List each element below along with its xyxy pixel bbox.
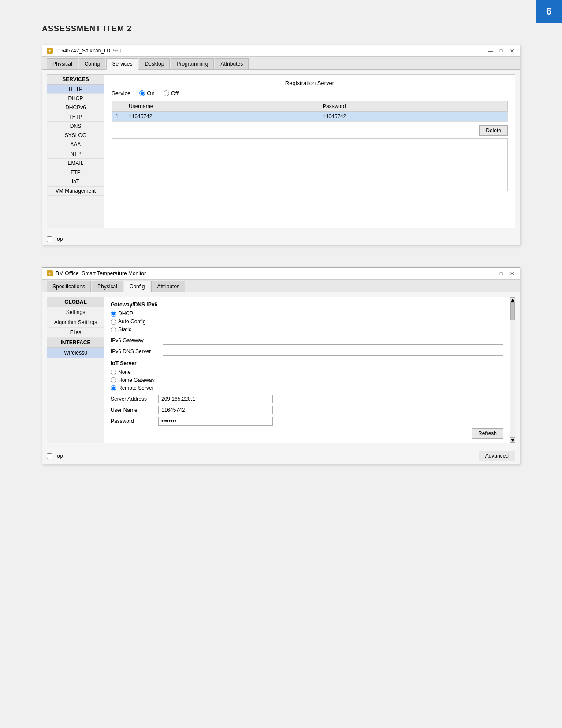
sidebar-services-header: SERVICES bbox=[47, 75, 104, 85]
sidebar-item-iot[interactable]: IoT bbox=[47, 177, 104, 187]
static-radio-option[interactable]: Static bbox=[111, 326, 503, 332]
registration-server-label: Registration Server bbox=[285, 80, 334, 86]
sidebar-wireless0[interactable]: Wireless0 bbox=[47, 348, 104, 358]
w2-minimize-button[interactable]: — bbox=[487, 270, 494, 277]
close-button[interactable]: ✕ bbox=[508, 47, 515, 54]
row-username: 11645742 bbox=[125, 112, 319, 122]
user-name-input[interactable] bbox=[158, 406, 273, 414]
w2-maximize-button[interactable]: □ bbox=[498, 270, 505, 277]
tab-physical[interactable]: Physical bbox=[47, 58, 78, 69]
delete-button[interactable]: Delete bbox=[479, 125, 508, 136]
sidebar-item-dns[interactable]: DNS bbox=[47, 122, 104, 131]
service-label: Service bbox=[112, 90, 130, 97]
radio-off-label: Off bbox=[171, 90, 179, 97]
top-checkbox[interactable] bbox=[47, 236, 52, 242]
tab-specifications[interactable]: Specifications bbox=[47, 281, 91, 292]
none-radio[interactable] bbox=[111, 370, 116, 375]
advanced-button[interactable]: Advanced bbox=[479, 451, 515, 461]
reg-server-row: Registration Server bbox=[112, 80, 508, 86]
window2-title: BM Office_Smart Temperature Monitor bbox=[56, 270, 146, 276]
server-address-label: Server Address bbox=[111, 396, 155, 402]
tab-desktop[interactable]: Desktop bbox=[139, 58, 170, 69]
remote-server-radio-label: Remote Server bbox=[118, 385, 154, 391]
col-username: Username bbox=[125, 101, 319, 112]
password-label: Password bbox=[111, 418, 155, 424]
tab-config[interactable]: Config bbox=[79, 58, 106, 69]
sidebar-item-email[interactable]: EMAIL bbox=[47, 159, 104, 168]
user-name-row: User Name bbox=[111, 406, 503, 414]
window2-titlebar: ▼ BM Office_Smart Temperature Monitor — … bbox=[42, 268, 520, 280]
tab-attributes[interactable]: Attributes bbox=[151, 281, 185, 292]
page-title: ASSESSMENT ITEM 2 bbox=[0, 0, 562, 40]
home-gateway-radio[interactable] bbox=[111, 377, 116, 383]
scroll-up-button[interactable]: ▲ bbox=[510, 297, 515, 302]
maximize-button[interactable]: □ bbox=[498, 47, 505, 54]
window2-sidebar: GLOBAL Settings Algorithm Settings Files… bbox=[47, 297, 104, 443]
ipv6-gateway-input[interactable] bbox=[163, 336, 503, 345]
tab-programming[interactable]: Programming bbox=[171, 58, 214, 69]
window1: ▼ 11645742_Saikiran_ITC560 — □ ✕ Physica… bbox=[42, 45, 520, 245]
sidebar-item-tftp[interactable]: TFTP bbox=[47, 112, 104, 122]
sidebar-item-http[interactable]: HTTP bbox=[47, 85, 104, 94]
sidebar-item-syslog[interactable]: SYSLOG bbox=[47, 131, 104, 140]
scrollbar-thumb[interactable] bbox=[510, 302, 515, 320]
top-label: Top bbox=[54, 236, 63, 242]
dhcp-radio-option[interactable]: DHCP bbox=[111, 310, 503, 317]
w2-close-button[interactable]: ✕ bbox=[508, 270, 515, 277]
ipv6-dns-label: IPv6 DNS Server bbox=[111, 348, 159, 355]
window2-main: Gateway/DNS IPv6 DHCP Auto Config Static bbox=[104, 297, 510, 443]
radio-on-option[interactable]: On bbox=[139, 90, 154, 97]
auto-config-radio[interactable] bbox=[111, 319, 116, 325]
top-checkbox-label[interactable]: Top bbox=[47, 236, 63, 242]
tab-config[interactable]: Config bbox=[124, 281, 151, 292]
window1-content: SERVICES HTTP DHCP DHCPv6 TFTP DNS SYSLO… bbox=[47, 74, 515, 228]
dhcp-radio-label: DHCP bbox=[118, 310, 133, 317]
tab-physical[interactable]: Physical bbox=[92, 281, 123, 292]
sidebar-item-ftp[interactable]: FTP bbox=[47, 168, 104, 177]
sidebar-files[interactable]: Files bbox=[47, 328, 104, 338]
ipv6-dns-input[interactable] bbox=[163, 347, 503, 356]
scroll-down-button[interactable]: ▼ bbox=[510, 437, 515, 443]
refresh-button[interactable]: Refresh bbox=[472, 428, 503, 439]
scrollbar-track[interactable]: ▲ ▼ bbox=[510, 297, 515, 443]
minimize-button[interactable]: — bbox=[487, 47, 494, 54]
delete-btn-row: Delete bbox=[112, 125, 508, 136]
sidebar-algorithm-settings[interactable]: Algorithm Settings bbox=[47, 317, 104, 328]
sidebar-item-dhcpv6[interactable]: DHCPv6 bbox=[47, 103, 104, 112]
radio-off-input[interactable] bbox=[164, 90, 169, 96]
gateway-section-title: Gateway/DNS IPv6 bbox=[111, 302, 503, 308]
radio-on-label: On bbox=[147, 90, 154, 97]
tab-attributes[interactable]: Attributes bbox=[215, 58, 249, 69]
row-num: 1 bbox=[112, 112, 125, 122]
radio-on-input[interactable] bbox=[139, 90, 145, 96]
auto-config-radio-option[interactable]: Auto Config bbox=[111, 318, 503, 325]
w2-top-checkbox[interactable] bbox=[47, 453, 52, 459]
table-row[interactable]: 1 11645742 11645742 bbox=[112, 112, 508, 122]
refresh-btn-row: Refresh bbox=[111, 428, 503, 439]
password-input[interactable] bbox=[158, 417, 273, 426]
sidebar-item-vm[interactable]: VM Management bbox=[47, 187, 104, 196]
col-num bbox=[112, 101, 125, 112]
service-radio-group: On Off bbox=[139, 90, 178, 97]
window2-tabbar: Specifications Physical Config Attribute… bbox=[42, 280, 520, 292]
static-radio[interactable] bbox=[111, 327, 116, 332]
remote-server-radio[interactable] bbox=[111, 385, 116, 391]
window1-titlebar: ▼ 11645742_Saikiran_ITC560 — □ ✕ bbox=[42, 45, 520, 57]
window2-bottom: Top Advanced bbox=[42, 448, 520, 464]
sidebar-item-ntp[interactable]: NTP bbox=[47, 149, 104, 159]
remote-server-radio-option[interactable]: Remote Server bbox=[111, 385, 503, 391]
service-radio-row: Service On Off bbox=[112, 90, 508, 97]
home-gateway-radio-option[interactable]: Home Gateway bbox=[111, 377, 503, 383]
w2-top-checkbox-label[interactable]: Top bbox=[47, 453, 63, 459]
server-address-input[interactable] bbox=[158, 395, 273, 403]
none-radio-option[interactable]: None bbox=[111, 369, 503, 375]
user-name-label: User Name bbox=[111, 407, 155, 413]
radio-off-option[interactable]: Off bbox=[164, 90, 179, 97]
dhcp-radio[interactable] bbox=[111, 311, 116, 317]
sidebar-settings[interactable]: Settings bbox=[47, 307, 104, 317]
tab-services[interactable]: Services bbox=[106, 58, 138, 70]
ipv6-gateway-row: IPv6 Gateway bbox=[111, 336, 503, 345]
sidebar-item-dhcp[interactable]: DHCP bbox=[47, 94, 104, 103]
sidebar-item-aaa[interactable]: AAA bbox=[47, 140, 104, 149]
home-gateway-radio-label: Home Gateway bbox=[118, 377, 155, 383]
